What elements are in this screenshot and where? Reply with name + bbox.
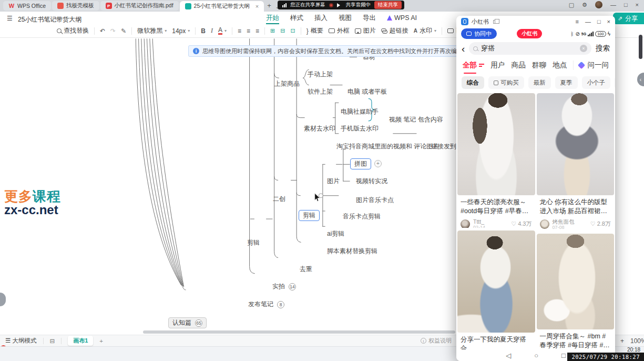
settings-gear-icon[interactable]: ⚙ [582,2,587,8]
phone-mirror-window[interactable]: 小红书 ≡—□× 协同中 小红书 ᛒ ⊘ 5G 100 ϟ ‹ 穿搭 × 搜索 … [456,16,615,361]
vertical-scrollbar-thumb[interactable] [639,35,642,59]
mindmap-node[interactable]: 视频 笔记 包含内容 [389,115,443,124]
filter-chip[interactable]: 小个子 [582,76,611,89]
horizontal-scrollbar[interactable] [143,330,455,334]
insert-parent-node-icon[interactable]: ⊡ [290,27,295,34]
hyperlink-button[interactable]: 超链接 [381,26,408,35]
zoom-in-button[interactable]: + [620,337,624,345]
new-tab-button[interactable]: + [267,2,271,9]
browser-tab[interactable]: P小红书笔记创作指南.pdf [100,1,179,11]
mindmap-node[interactable]: + [374,160,382,167]
align-right-icon[interactable]: ≡ [255,27,259,35]
filter-chip[interactable]: 可购买 [488,76,524,89]
align-center-icon[interactable]: ≡ [247,27,250,35]
filter-chip[interactable]: 最新 [528,76,551,89]
menu-item[interactable]: 样式 [290,12,303,24]
font-size-dropdown[interactable]: 14px▾ [172,27,190,35]
mindmap-node[interactable]: ai剪辑 [327,229,344,238]
filter-icon[interactable] [479,64,484,66]
copy-icon[interactable] [493,20,497,24]
canvas-tab[interactable]: 画布1 [68,336,93,346]
search-result-tab[interactable]: 用户 [490,61,505,70]
note-card[interactable]: 龙心 你有这么牛的版型进入市场 新品百褶裙真的…烤焦面包07-08♡ 2.8万 [537,93,615,231]
browser-tab[interactable]: 找板壳模板 [52,1,99,11]
like-count[interactable]: ♡ 4.3万 [511,220,531,228]
outer-frame-button[interactable]: 外框 [329,26,350,35]
mindmap-node[interactable]: 手动上架 [308,70,333,79]
filter-chip[interactable]: 夏季 [555,76,578,89]
collab-pill[interactable]: 协同中 [461,28,497,39]
tab-close-icon[interactable]: × [255,3,259,9]
italic-button[interactable]: I [211,27,213,35]
mindmap-node[interactable]: 认知篇65 [168,317,207,328]
like-count[interactable]: ♡ 2.8万 [590,220,611,228]
outline-mode-button[interactable]: ☰ 大纲模式 [5,337,37,345]
search-result-tab[interactable]: 群聊 [532,61,546,70]
search-result-tab[interactable]: 地点 [553,61,567,70]
mindmap-node[interactable]: 音乐卡点剪辑 [343,212,381,221]
insert-child-node-icon[interactable]: ⊟ [280,27,285,34]
hamburger-menu-icon[interactable]: ☰ [7,15,13,22]
mindmap-node[interactable]: 视频转实况 [356,177,387,186]
mindmap-node[interactable]: 实拍14 [272,282,296,291]
find-replace-button[interactable]: 查找替换 [57,26,89,35]
search-result-tab[interactable]: 问一问 [573,61,609,70]
search-result-tab[interactable]: 全部 [463,61,484,70]
menu-item[interactable]: 导出 [363,12,376,24]
mindmap-node[interactable]: 手机版去水印 [341,124,379,133]
menu-item[interactable]: 插入 [314,12,328,24]
share-button[interactable]: ⇗ 分享 [613,13,644,24]
browser-tab[interactable]: 25小红书笔记带货大纲× [180,1,264,12]
zoom-control[interactable]: + 100% [620,337,644,345]
mindmap-node[interactable]: 图片音乐卡点 [356,196,394,205]
mindmap-node[interactable]: 剪辑 [247,238,260,247]
filter-chip[interactable]: 综合 [462,76,484,89]
restore-button[interactable]: □ [624,2,628,8]
mindmap-node[interactable]: 剪辑 [299,210,320,221]
phone-window-titlebar[interactable]: 小红书 ≡—□× [456,16,615,27]
search-field[interactable]: 穿搭 × [469,42,591,55]
mindmap-node[interactable]: 电脑社媒助手 [341,107,379,116]
layout-icon[interactable]: ▢ [569,2,574,8]
close-button[interactable]: × [607,18,610,25]
mindmap-node[interactable]: 链接发到 [431,142,456,151]
taskbar-clock[interactable]: 20:18 [627,347,640,353]
browser-tab[interactable]: WWPS Office [3,1,51,11]
mindmap-node[interactable]: 电脑 或者平板 [347,87,387,96]
restore-button[interactable]: □ [597,18,601,25]
node-drag-handle[interactable] [319,194,323,198]
rights-info[interactable]: i权益说明 [421,337,452,345]
redo-button[interactable]: ↷ [110,27,116,35]
mindmap-node[interactable]: 拼图 [350,158,371,169]
watermark-dropdown[interactable]: A水印▾ [414,26,436,35]
note-card[interactable]: 分享一下我的夏天穿搭合 [457,230,535,349]
summary-button[interactable]: }概要 [306,26,323,35]
nav-recents-icon[interactable]: □ [561,352,566,359]
search-button[interactable]: 搜索 [596,44,610,53]
mindmap-node[interactable]: 发布笔记8 [248,300,284,309]
mindmap-node[interactable]: 二创 [273,195,285,204]
insert-image-button[interactable]: 图片 [355,26,376,35]
format-painter-button[interactable]: ✎ [121,27,126,35]
menu-icon[interactable]: ≡ [575,18,578,25]
stop-share-button[interactable]: 结束共享 [374,1,402,9]
add-canvas-button[interactable]: + [99,338,103,344]
insert-sibling-node-icon[interactable]: ⊞ [270,27,275,34]
mindmap-node[interactable]: 去重 [300,265,312,274]
close-button[interactable]: × [636,2,639,8]
mindmap-node[interactable]: 淘宝抖音商城里面的视频和 评论图片 [336,142,439,151]
filter-chip[interactable]: 韩里韩气 [615,76,615,89]
structure-icon[interactable]: ⊟ [50,337,55,345]
font-color-button[interactable]: A▾ [218,27,227,35]
nav-back-icon[interactable]: ◁ [506,352,511,359]
mindmap-node[interactable]: 图片 [327,177,340,186]
mindmap-node[interactable]: 素材去水印 [304,124,335,133]
font-family-dropdown[interactable]: 微软雅黑▾ [137,26,167,35]
minimize-button[interactable]: — [585,18,591,25]
note-card[interactable]: 一些春天的漂亮衣服～ #ootd每日穿搭 #早春…Tttt_02-14♡ 4.3… [457,93,535,228]
note-card[interactable]: 一周穿搭合集～ #bm #春季穿搭 #每日穿搭 #日… [537,234,615,349]
bold-button[interactable]: B [201,27,206,35]
minimize-button[interactable]: — [610,2,616,8]
menu-item[interactable]: 视图 [339,12,352,24]
mindmap-node[interactable]: 上架商品 [274,79,300,88]
